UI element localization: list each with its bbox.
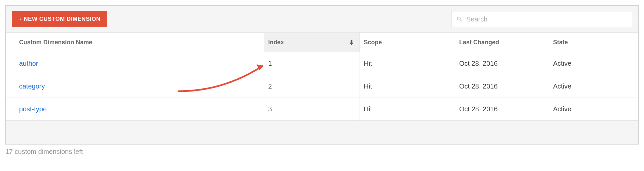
dimension-last-changed-cell: Oct 28, 2016: [455, 75, 549, 98]
sort-descending-icon: [350, 40, 354, 45]
dimension-index-cell: 1: [264, 52, 360, 75]
column-header-scope[interactable]: Scope: [360, 33, 455, 52]
custom-dimensions-table: Custom Dimension Name Index Scope Last C…: [6, 33, 638, 121]
table-footer-spacer: [6, 121, 638, 144]
custom-dimensions-panel: + NEW CUSTOM DIMENSION Custom Dimension …: [5, 5, 639, 145]
dimension-name-link[interactable]: author: [19, 60, 38, 67]
dimension-scope-cell: Hit: [360, 98, 455, 121]
dimension-state-cell: Active: [549, 52, 638, 75]
toolbar: + NEW CUSTOM DIMENSION: [6, 6, 638, 33]
search-input[interactable]: [466, 15, 627, 23]
dimension-scope-cell: Hit: [360, 52, 455, 75]
column-header-name[interactable]: Custom Dimension Name: [6, 33, 264, 52]
dimension-index-cell: 3: [264, 98, 360, 121]
column-header-last-changed[interactable]: Last Changed: [455, 33, 549, 52]
new-custom-dimension-button[interactable]: + NEW CUSTOM DIMENSION: [12, 11, 107, 27]
search-field-wrapper[interactable]: [451, 11, 632, 27]
dimension-state-cell: Active: [549, 75, 638, 98]
dimension-state-cell: Active: [549, 98, 638, 121]
dimension-last-changed-cell: Oct 28, 2016: [455, 98, 549, 121]
table-header-row: Custom Dimension Name Index Scope Last C…: [6, 33, 638, 52]
table-row: post-type 3 Hit Oct 28, 2016 Active: [6, 98, 638, 121]
table-row: category 2 Hit Oct 28, 2016 Active: [6, 75, 638, 98]
dimension-name-link[interactable]: category: [19, 82, 45, 90]
column-header-state[interactable]: State: [549, 33, 638, 52]
dimension-name-link[interactable]: post-type: [19, 105, 47, 113]
search-icon: [456, 16, 463, 22]
dimension-last-changed-cell: Oct 28, 2016: [455, 52, 549, 75]
column-header-index[interactable]: Index: [264, 33, 360, 52]
table-row: author 1 Hit Oct 28, 2016 Active: [6, 52, 638, 75]
dimension-index-cell: 2: [264, 75, 360, 98]
dimension-scope-cell: Hit: [360, 75, 455, 98]
remaining-dimensions-text: 17 custom dimensions left: [5, 145, 639, 156]
column-header-index-label: Index: [268, 39, 284, 46]
